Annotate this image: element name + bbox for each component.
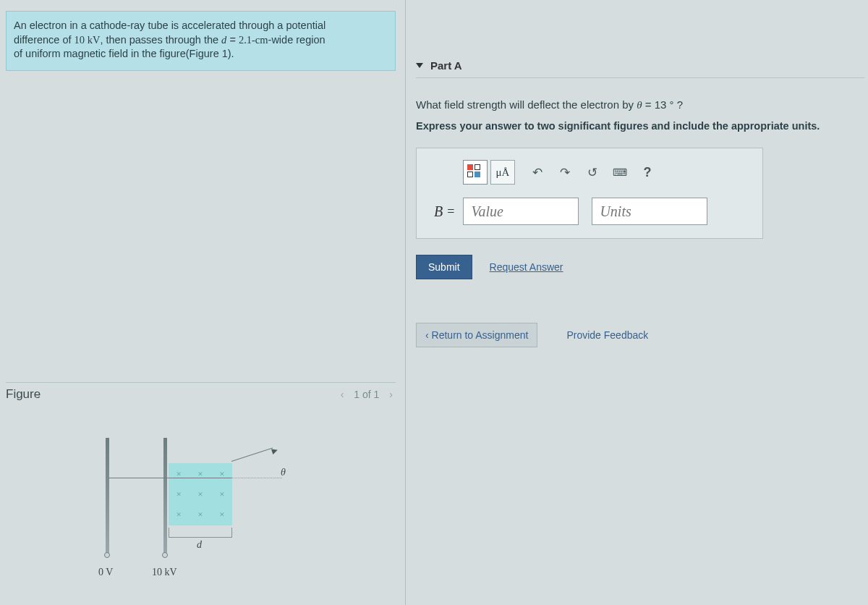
problem-text: An electron in a cathode-ray tube is acc… [14,20,326,31]
answer-toolbar: μÅ ↶ ↷ ↺ ⌨ ? [463,160,751,185]
redo-button[interactable]: ↷ [553,160,577,185]
field-into-page-icon: × [176,468,181,480]
problem-text: difference of [14,34,75,46]
figure-page-indicator: 1 of 1 [354,389,379,400]
figure-header: Figure ‹ 1 of 1 › [6,383,396,409]
help-button[interactable]: ? [635,160,660,185]
collapse-icon [416,63,423,68]
theta-symbol: θ [637,99,642,111]
return-label: Return to Assignment [432,329,529,341]
undo-button[interactable]: ↶ [525,160,550,185]
figure-next-icon[interactable]: › [389,389,393,400]
field-into-page-icon: × [197,509,203,520]
right-column: Part A What field strength will deflect … [416,0,864,605]
magnetic-field-region: × × × × × × × × × [169,463,232,525]
chevron-left-icon: ‹ [425,329,432,341]
problem-statement: An electron in a cathode-ray tube is acc… [6,11,396,71]
units-input[interactable] [592,198,707,225]
provide-feedback-link[interactable]: Provide Feedback [566,329,648,341]
field-into-page-icon: × [176,509,181,520]
request-answer-link[interactable]: Request Answer [490,261,563,273]
theta-label: θ [281,467,286,478]
figure-pager: ‹ 1 of 1 › [341,389,393,400]
answer-box: μÅ ↶ ↷ ↺ ⌨ ? B = [416,148,763,239]
electron-beam-deflected [231,447,273,461]
label-0v: 0 V [98,567,113,578]
problem-text: , then passes through the [100,34,221,46]
figure-canvas: 0 V 10 kV × × × × × × × × × d θ [71,438,288,583]
units-symbol-button[interactable]: μÅ [490,160,515,185]
plate-0v [106,438,109,554]
question-segment: What field strength will deflect the ele… [416,98,637,111]
figure-title: Figure [6,387,41,402]
submit-row: Submit Request Answer [416,255,864,279]
field-into-page-icon: × [197,468,203,480]
left-column: An electron in a cathode-ray tube is acc… [0,0,401,605]
field-into-page-icon: × [219,488,224,500]
problem-voltage: 10 kV [75,34,101,46]
problem-text: -wide region [268,34,326,46]
problem-text: of uniform magnetic field in the figure(… [14,48,234,59]
return-to-assignment-button[interactable]: ‹ Return to Assignment [416,323,537,347]
plate-terminal [104,552,110,558]
answer-variable: B [434,203,443,220]
equals-sign: = [447,204,454,219]
electron-beam [109,478,231,478]
plate-terminal [162,552,168,558]
field-into-page-icon: × [197,488,203,500]
label-10kv: 10 kV [152,567,177,578]
part-header[interactable]: Part A [416,59,864,78]
question-text: What field strength will deflect the ele… [416,98,864,111]
plate-10kv [163,438,167,554]
d-brace [169,528,232,538]
templates-icon [467,164,483,180]
problem-text: = [226,34,239,46]
value-input[interactable] [463,198,579,225]
submit-button[interactable]: Submit [416,255,472,279]
d-width: 2.1-cm [239,34,268,46]
footer-row: ‹ Return to Assignment Provide Feedback [416,323,864,347]
question-segment: = 13 ° ? [642,98,683,111]
answer-instructions: Express your answer to two significant f… [416,120,864,132]
column-divider [405,0,406,605]
part-title: Part A [430,59,462,72]
field-into-page-icon: × [219,509,224,520]
field-into-page-icon: × [176,488,181,500]
keyboard-button[interactable]: ⌨ [608,160,632,185]
field-into-page-icon: × [219,468,224,480]
d-label: d [197,539,202,551]
figure-section: Figure ‹ 1 of 1 › 0 V 10 kV × × × × × × … [6,382,396,583]
answer-input-row: B = [434,198,751,225]
reset-button[interactable]: ↺ [580,160,605,185]
beam-arrow-icon [271,447,278,454]
templates-button[interactable] [463,160,488,185]
reference-line [231,478,282,478]
figure-prev-icon[interactable]: ‹ [341,389,344,400]
